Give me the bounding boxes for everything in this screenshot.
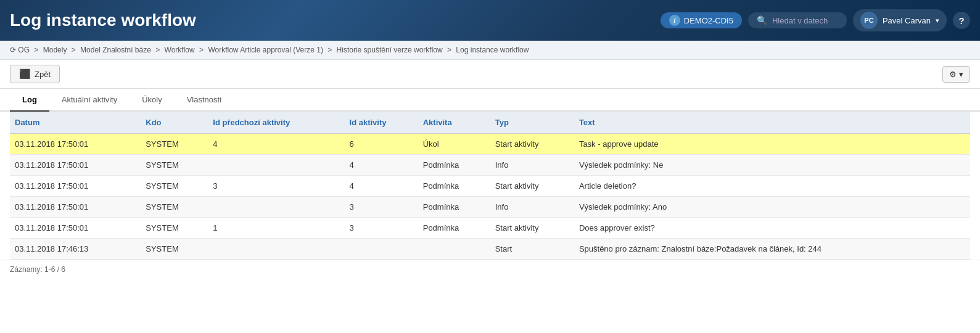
table-row: 03.11.2018 17:46:13SYSTEMStartSpuštěno p… [10,239,970,260]
cell-id_predchozi [208,239,344,260]
cell-id_predchozi: 1 [208,218,344,239]
gear-icon: ⚙ [949,70,957,79]
avatar: PC [860,12,878,29]
cell-id_aktivity: 3 [345,197,418,218]
cell-kdo: SYSTEM [141,176,208,197]
col-datum: Datum [10,112,141,134]
cell-id_aktivity: 4 [345,176,418,197]
table-row: 03.11.2018 17:50:01SYSTEM46ÚkolStart akt… [10,134,970,155]
info-icon: i [669,15,680,26]
col-text: Text [574,112,970,134]
col-id-predchozi: Id předchozí aktivity [208,112,344,134]
search-box[interactable]: 🔍 Hledat v datech [748,12,847,28]
cell-kdo: SYSTEM [141,134,208,155]
cell-datum: 03.11.2018 17:46:13 [10,239,141,260]
breadcrumb-workflow[interactable]: Workflow [165,46,195,54]
cell-typ: Info [490,155,574,176]
cell-aktivita [418,239,490,260]
instance-label: DEMO2-CDI5 [684,16,733,25]
tab-log[interactable]: Log [10,89,49,112]
back-label: Zpět [35,70,51,79]
cell-kdo: SYSTEM [141,155,208,176]
cell-id_predchozi [208,155,344,176]
table-row: 03.11.2018 17:50:01SYSTEM34PodmínkaStart… [10,176,970,197]
cell-text: Výsledek podmínky: Ne [574,155,970,176]
cell-id_predchozi [208,197,344,218]
cell-typ: Start aktivity [490,218,574,239]
cell-kdo: SYSTEM [141,218,208,239]
cell-datum: 03.11.2018 17:50:01 [10,197,141,218]
cell-typ: Start aktivity [490,176,574,197]
cell-text: Výsledek podmínky: Ano [574,197,970,218]
breadcrumb-current: Log instance workflow [456,46,529,54]
user-badge[interactable]: PC Pavel Carvan ▾ [853,9,947,31]
breadcrumb: ⟳ OG > Modely > Model Znalostní báze > W… [0,41,980,60]
cell-aktivita: Podmínka [418,197,490,218]
cell-id_aktivity: 4 [345,155,418,176]
header: Log instance workflow i DEMO2-CDI5 🔍 Hle… [0,0,980,41]
back-icon: ⬛ [19,68,31,80]
cell-id_predchozi: 3 [208,176,344,197]
cell-datum: 03.11.2018 17:50:01 [10,155,141,176]
help-button[interactable]: ? [953,12,970,29]
col-id-aktivity: Id aktivity [345,112,418,134]
toolbar: ⬛ Zpět ⚙ ▾ [0,60,980,89]
cell-datum: 03.11.2018 17:50:01 [10,218,141,239]
col-aktivita: Aktivita [418,112,490,134]
cell-datum: 03.11.2018 17:50:01 [10,134,141,155]
breadcrumb-workflow-article[interactable]: Workflow Article approval (Verze 1) [208,46,323,54]
tab-bar: Log Aktuální aktivity Úkoly Vlastnosti [0,89,980,112]
records-count: Záznamy: 1-6 / 6 [10,265,65,274]
back-button[interactable]: ⬛ Zpět [10,65,60,83]
table-row: 03.11.2018 17:50:01SYSTEM3PodmínkaInfoVý… [10,197,970,218]
cell-text: Spuštěno pro záznam: Znalostní báze:Poža… [574,239,970,260]
col-typ: Typ [490,112,574,134]
table-header-row: Datum Kdo Id předchozí aktivity Id aktiv… [10,112,970,134]
cell-aktivita: Podmínka [418,176,490,197]
table-row: 03.11.2018 17:50:01SYSTEM13PodmínkaStart… [10,218,970,239]
cell-text: Does approver exist? [574,218,970,239]
cell-aktivita: Podmínka [418,155,490,176]
table-container: Datum Kdo Id předchozí aktivity Id aktiv… [0,112,980,260]
cell-typ: Start [490,239,574,260]
chevron-down-icon: ▾ [959,70,963,79]
cell-text: Task - approve update [574,134,970,155]
page-title: Log instance workflow [10,10,661,30]
chevron-down-icon: ▾ [936,17,939,25]
breadcrumb-og[interactable]: ⟳ OG [10,46,30,54]
cell-id_aktivity: 3 [345,218,418,239]
cell-id_aktivity: 6 [345,134,418,155]
settings-button[interactable]: ⚙ ▾ [942,66,970,83]
table-row: 03.11.2018 17:50:01SYSTEM4PodmínkaInfoVý… [10,155,970,176]
tab-vlastnosti[interactable]: Vlastnosti [175,89,234,112]
log-table: Datum Kdo Id předchozí aktivity Id aktiv… [10,112,970,260]
cell-typ: Start aktivity [490,134,574,155]
cell-kdo: SYSTEM [141,197,208,218]
tab-aktualni-aktivity[interactable]: Aktuální aktivity [49,89,130,112]
user-name: Pavel Carvan [883,16,931,25]
cell-typ: Info [490,197,574,218]
header-actions: i DEMO2-CDI5 🔍 Hledat v datech PC Pavel … [661,9,970,31]
cell-datum: 03.11.2018 17:50:01 [10,176,141,197]
col-kdo: Kdo [141,112,208,134]
cell-id_aktivity [345,239,418,260]
cell-text: Article deletion? [574,176,970,197]
records-footer: Záznamy: 1-6 / 6 [0,260,980,279]
tab-ukoly[interactable]: Úkoly [130,89,175,112]
search-placeholder: Hledat v datech [772,16,828,25]
cell-kdo: SYSTEM [141,239,208,260]
breadcrumb-modely[interactable]: Modely [43,46,67,54]
cell-aktivita: Podmínka [418,218,490,239]
cell-aktivita: Úkol [418,134,490,155]
instance-badge: i DEMO2-CDI5 [661,12,742,28]
breadcrumb-model-znalostni[interactable]: Model Znalostní báze [80,46,151,54]
breadcrumb-historie[interactable]: Historie spuštění verze workflow [337,46,443,54]
search-icon: 🔍 [757,15,767,25]
cell-id_predchozi: 4 [208,134,344,155]
